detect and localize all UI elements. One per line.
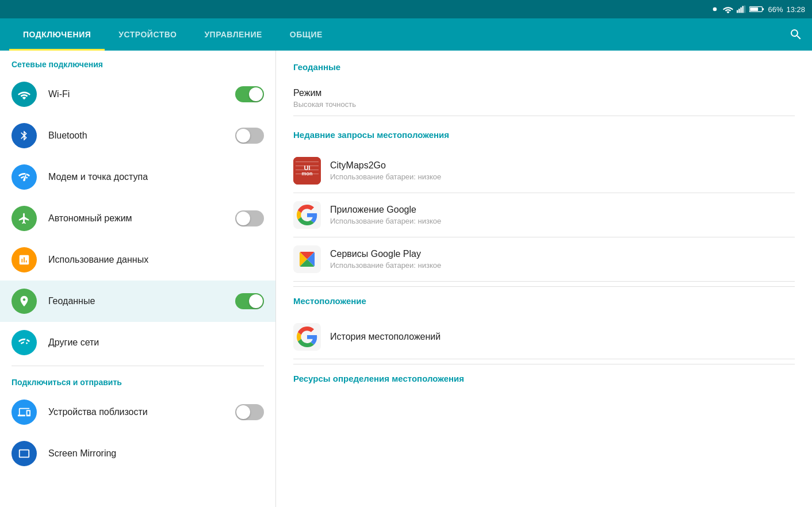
svg-rect-8 [750,7,759,11]
mode-subtitle: Высокая точность [293,100,795,109]
right-resources-header: Ресурсы определения местоположения [293,374,795,383]
battery-icon [749,5,764,13]
right-panel: Геоданные Режим Высокая точность Недавни… [276,51,812,507]
wifi-icon [12,82,37,107]
screenmirror-icon [12,441,37,466]
settings-item-tethering[interactable]: Модем и точка доступа [0,156,275,198]
svg-rect-4 [742,6,744,13]
status-bar: 66% 13:28 [0,0,812,18]
datausage-icon [12,247,37,272]
locationhistory-icon [293,323,321,351]
airplane-icon [12,206,37,231]
mode-item[interactable]: Режим Высокая точность [293,81,795,116]
googleplay-icon [293,245,321,273]
top-nav: ПОДКЛЮЧЕНИЯ УСТРОЙСТВО УПРАВЛЕНИЕ ОБЩИЕ [0,18,812,51]
googleapp-icon [293,201,321,229]
othernets-label: Другие сети [48,337,264,348]
settings-item-othernets[interactable]: Другие сети [0,322,275,363]
tab-connections[interactable]: ПОДКЛЮЧЕНИЯ [9,18,105,51]
settings-item-nearbydevices[interactable]: Устройства поблизости [0,391,275,433]
left-panel: Сетевые подключения Wi-Fi Bluetooth [0,51,276,507]
settings-item-wifi[interactable]: Wi-Fi [0,74,275,115]
locationhistory-info: История местоположений [330,332,795,342]
googleapp-name: Приложение Google [330,205,795,215]
svg-rect-3 [741,7,742,13]
nearbydevices-label: Устройства поблизости [48,407,235,417]
settings-item-bluetooth[interactable]: Bluetooth [0,115,275,156]
section-divider [12,366,264,366]
tab-management[interactable]: УПРАВЛЕНИЕ [190,18,275,51]
right-divider-2 [293,364,795,364]
tethering-icon [12,164,37,190]
tab-general[interactable]: ОБЩИЕ [276,18,336,51]
wifi-label: Wi-Fi [48,89,235,99]
geodata-toggle[interactable] [235,293,264,309]
notification-icon [710,5,719,14]
citymaps-info: CityMaps2Go Использование батареи: низко… [330,160,795,181]
wifi-status-icon [723,5,733,13]
bluetooth-toggle[interactable] [235,128,264,144]
app-item-citymaps[interactable]: Ul mon CityMaps2Go Использование батареи… [293,149,795,193]
bluetooth-label: Bluetooth [48,130,235,141]
settings-item-geodata[interactable]: Геоданные [0,281,275,322]
mode-title: Режим [293,88,795,98]
right-geodata-header: Геоданные [293,62,795,72]
svg-rect-5 [744,6,745,13]
airplane-label: Автономный режим [48,213,235,224]
googleapp-desc: Использование батареи: низкое [330,217,795,225]
status-icons: 66% 13:28 [710,5,805,14]
datausage-label: Использование данных [48,255,264,265]
section-network-header: Сетевые подключения [0,51,275,74]
bluetooth-icon [12,123,37,148]
citymaps-icon: Ul mon [293,157,321,185]
citymaps-name: CityMaps2Go [330,160,795,171]
battery-percent: 66% [768,5,783,14]
geodata-label: Геоданные [48,296,235,306]
locationhistory-name: История местоположений [330,332,795,342]
right-recent-header: Недавние запросы местоположения [293,130,795,140]
section-connectshare-header: Подключиться и отправить [0,368,275,391]
googleplay-info: Сервисы Google Play Использование батаре… [330,249,795,270]
airplane-toggle[interactable] [235,210,264,226]
citymaps-desc: Использование батареи: низкое [330,172,795,181]
search-button[interactable] [789,28,803,41]
right-divider-1 [293,286,795,287]
wifi-toggle[interactable] [235,86,264,102]
clock: 13:28 [786,5,805,14]
svg-rect-2 [739,9,740,13]
right-location-header: Местоположение [293,296,795,306]
tab-device[interactable]: УСТРОЙСТВО [105,18,190,51]
googleplay-name: Сервисы Google Play [330,249,795,259]
nearbydevices-icon [12,400,37,425]
tethering-label: Модем и точка доступа [48,172,264,182]
app-item-locationhistory[interactable]: История местоположений [293,315,795,359]
geodata-icon [12,289,37,314]
signal-icon [737,5,746,13]
app-item-googleplay[interactable]: Сервисы Google Play Использование батаре… [293,237,795,282]
googleplay-desc: Использование батареи: низкое [330,261,795,270]
svg-rect-7 [763,8,764,10]
nearbydevices-toggle[interactable] [235,404,264,420]
svg-point-0 [713,7,717,11]
nav-tabs: ПОДКЛЮЧЕНИЯ УСТРОЙСТВО УПРАВЛЕНИЕ ОБЩИЕ [9,18,336,51]
svg-rect-1 [737,10,738,13]
app-item-googleapp[interactable]: Приложение Google Использование батареи:… [293,193,795,237]
screenmirror-label: Screen Mirroring [48,448,264,459]
googleapp-info: Приложение Google Использование батареи:… [330,205,795,225]
settings-item-screenmirror[interactable]: Screen Mirroring [0,433,275,474]
main-content: Сетевые подключения Wi-Fi Bluetooth [0,51,812,507]
settings-item-datausage[interactable]: Использование данных [0,239,275,281]
settings-item-airplane[interactable]: Автономный режим [0,198,275,239]
othernets-icon [12,330,37,355]
